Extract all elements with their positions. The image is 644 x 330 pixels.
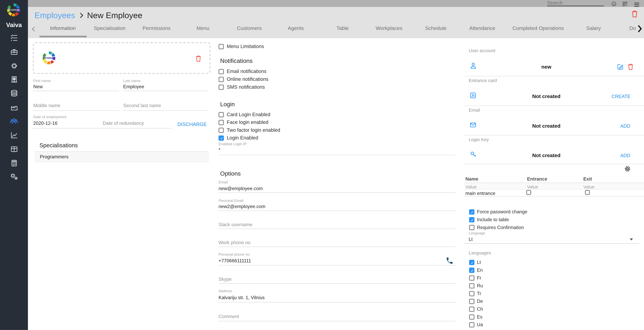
personal-phone-field[interactable]: +770666111111 (218, 258, 251, 263)
add-email-button[interactable]: ADD (620, 124, 630, 129)
key-icon (469, 150, 477, 160)
app-logo[interactable]: Proman (4, 1, 23, 19)
filter-name-input[interactable]: Value (466, 184, 476, 189)
tab-table[interactable]: Table (336, 25, 349, 31)
checklist-icon (10, 33, 18, 42)
enabled-login-ip-field[interactable]: * (218, 147, 220, 152)
language-fr-checkbox[interactable] (469, 275, 474, 281)
add-login-key-button[interactable]: ADD (620, 153, 630, 158)
employee-photo: Proman (40, 49, 58, 67)
tab-schedule[interactable]: Schedule (425, 25, 447, 31)
force-password-change-checkbox[interactable] (469, 209, 474, 215)
login-enabled-checkbox[interactable] (218, 135, 224, 141)
sidebar-item-jobs[interactable] (0, 45, 28, 59)
tab-information[interactable]: Information (50, 25, 76, 31)
sidebar-item-accounting[interactable] (0, 156, 28, 170)
tab-menu[interactable]: Menu (196, 25, 209, 31)
email-field[interactable]: new@employee.com (218, 186, 263, 191)
requires-confirmation-checkbox[interactable] (469, 225, 474, 230)
sms-notifications-checkbox[interactable] (218, 84, 224, 90)
sidebar-item-tables[interactable] (0, 142, 28, 156)
filter-entrance-input[interactable]: Value (527, 184, 538, 189)
sidebar-item-tasks[interactable] (0, 31, 28, 45)
tab-agents[interactable]: Agents (288, 25, 304, 31)
email-notifications-checkbox[interactable] (218, 69, 224, 74)
tabs-scroll-left-button[interactable] (31, 26, 36, 34)
slack-username-field[interactable]: Slack username (218, 222, 252, 227)
language-ch-label: Ch (477, 307, 483, 312)
sidebar-item-reports[interactable] (0, 128, 28, 142)
middle-name-field[interactable]: Middle name (33, 103, 60, 108)
user-account-value: new (485, 64, 608, 70)
tab-workplaces[interactable]: Workplaces (376, 25, 402, 31)
sidebar-item-database[interactable] (0, 86, 28, 100)
table-settings-button[interactable] (624, 165, 632, 174)
language-ru-checkbox[interactable] (469, 283, 474, 289)
comment-field[interactable]: Comment (218, 314, 239, 319)
create-entrance-card-button[interactable]: CREATE (612, 94, 630, 99)
smiley-icon[interactable] (611, 0, 616, 8)
language-de-checkbox[interactable] (469, 299, 474, 304)
skype-field[interactable]: Skype (218, 277, 232, 282)
personal-email-underline (218, 211, 456, 211)
row-entrance-checkbox[interactable] (526, 190, 531, 195)
language-de-label: De (477, 299, 483, 304)
tab-salary[interactable]: Salary (586, 25, 601, 31)
tabs-scroll-right-button[interactable] (637, 25, 642, 34)
language-en-checkbox[interactable] (469, 268, 474, 273)
tab-attendance[interactable]: Attendance (469, 25, 495, 31)
filter-exit-input[interactable]: Value (583, 184, 594, 189)
tab-permissions[interactable]: Permissions (142, 25, 170, 31)
card-login-checkbox[interactable] (218, 112, 224, 117)
col-header-entrance[interactable]: Entrance (527, 176, 547, 181)
employee-photo-dropzone[interactable] (33, 42, 210, 74)
menu-limitations-label: Menu Limitations (227, 44, 264, 49)
edit-user-button[interactable] (616, 63, 624, 72)
sidebar-item-company[interactable] (0, 72, 28, 86)
col-header-name[interactable]: Name (466, 176, 478, 181)
language-es-checkbox[interactable] (469, 314, 474, 320)
personal-email-field[interactable]: new2@employee.com (218, 204, 265, 209)
menu-icon[interactable] (634, 1, 640, 8)
active-tab-indicator (40, 36, 87, 37)
tab-completed-operations[interactable]: Completed Operations (512, 25, 564, 31)
delete-user-button[interactable] (627, 63, 634, 72)
last-name-field[interactable]: Employee (123, 84, 144, 89)
two-factor-login-checkbox[interactable] (218, 128, 224, 133)
call-button[interactable] (446, 257, 454, 266)
language-ch-checkbox[interactable] (469, 307, 474, 312)
language-tr-checkbox[interactable] (469, 291, 474, 296)
sidebar-item-settings[interactable] (0, 170, 28, 183)
sidebar-item-operations[interactable] (0, 59, 28, 72)
tab-specialisation[interactable]: Specialisation (94, 25, 126, 31)
chevron-down-icon[interactable] (630, 238, 633, 241)
col-header-exit[interactable]: Exit (583, 176, 592, 181)
login-key-status: Not created (485, 153, 608, 158)
work-phone-field[interactable]: Work phone no (218, 240, 250, 245)
language-lt-checkbox[interactable] (469, 260, 474, 265)
sidebar-item-employees[interactable] (0, 114, 28, 128)
qr-code-icon[interactable] (622, 0, 628, 8)
delete-photo-button[interactable] (195, 54, 202, 64)
login-title: Login (220, 101, 235, 107)
breadcrumb-employees-link[interactable]: Employees (34, 11, 75, 20)
tab-documents[interactable]: Do (629, 25, 636, 31)
include-to-table-checkbox[interactable] (469, 217, 474, 222)
address-field[interactable]: Kalvariju str. 1, Vilnius (218, 295, 265, 300)
date-of-redundancy-field[interactable]: Date of redundancy (103, 121, 144, 126)
language-label: Language (469, 231, 485, 235)
face-login-checkbox[interactable] (218, 120, 224, 125)
second-last-name-field[interactable]: Second last name (123, 103, 161, 108)
tab-customers[interactable]: Customers (237, 25, 262, 31)
first-name-field[interactable]: New (33, 84, 43, 89)
row-exit-checkbox[interactable] (585, 190, 590, 195)
sidebar-item-production[interactable] (0, 100, 28, 114)
delete-employee-button[interactable] (631, 9, 638, 20)
discharge-button[interactable]: DISCHARGE (178, 121, 207, 127)
date-of-employment-field[interactable]: 2020-12-16 (33, 121, 58, 126)
language-ua-checkbox[interactable] (469, 322, 474, 328)
language-select[interactable]: Lt (469, 237, 473, 242)
search-input[interactable] (547, 0, 604, 6)
online-notifications-checkbox[interactable] (218, 77, 224, 82)
menu-limitations-checkbox[interactable] (218, 44, 224, 49)
